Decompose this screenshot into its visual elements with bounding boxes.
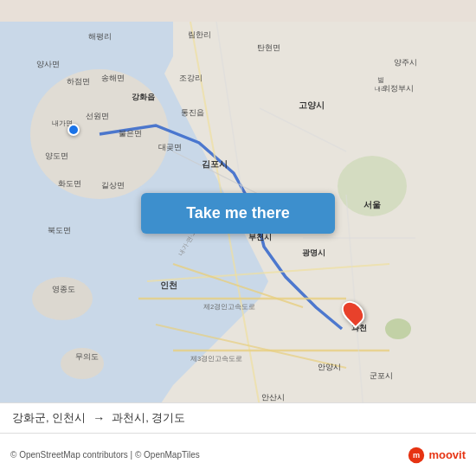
svg-text:양도면: 양도면 bbox=[45, 151, 68, 160]
moovit-icon: m bbox=[408, 447, 425, 464]
attribution: © OpenStreetMap contributors | © OpenMap… bbox=[10, 450, 200, 460]
svg-text:광명시: 광명시 bbox=[302, 248, 325, 257]
svg-text:조강리: 조강리 bbox=[179, 74, 203, 82]
svg-text:제3경인고속도로: 제3경인고속도로 bbox=[190, 355, 242, 363]
svg-text:해평리: 해평리 bbox=[88, 32, 112, 41]
svg-text:m: m bbox=[413, 451, 420, 460]
svg-text:송해면: 송해면 bbox=[101, 74, 125, 82]
take-me-there-button[interactable]: Take me there bbox=[141, 193, 335, 234]
svg-text:벌: 벌 bbox=[377, 76, 384, 84]
svg-text:영종도: 영종도 bbox=[52, 285, 75, 293]
svg-text:화도면: 화도면 bbox=[58, 179, 81, 188]
svg-text:고양시: 고양시 bbox=[299, 100, 325, 110]
route-arrow: → bbox=[93, 411, 105, 425]
svg-text:양사면: 양사면 bbox=[36, 60, 60, 68]
map-container: 해평리 림한리 탄현면 양사면 하점면 송해면 강화읍 조강리 양주시 의정부시… bbox=[0, 0, 476, 476]
svg-text:내리: 내리 bbox=[375, 86, 387, 92]
moovit-text: moovit bbox=[428, 448, 466, 461]
destination-marker bbox=[344, 299, 363, 325]
svg-text:강화읍: 강화읍 bbox=[132, 93, 155, 101]
svg-text:안산시: 안산시 bbox=[261, 393, 285, 402]
svg-point-3 bbox=[32, 277, 93, 320]
svg-text:불은면: 불은면 bbox=[119, 129, 142, 138]
svg-text:서울: 서울 bbox=[363, 200, 381, 209]
copyright-text: © OpenStreetMap contributors | © OpenMap… bbox=[10, 450, 200, 460]
svg-text:부천시: 부천시 bbox=[248, 233, 272, 241]
svg-text:통진읍: 통진읍 bbox=[181, 108, 204, 117]
svg-text:김포시: 김포시 bbox=[202, 159, 228, 169]
svg-text:무의도: 무의도 bbox=[75, 352, 99, 361]
svg-text:북도면: 북도면 bbox=[48, 226, 71, 235]
svg-text:안양시: 안양시 bbox=[318, 363, 341, 371]
svg-text:선원면: 선원면 bbox=[86, 112, 109, 120]
svg-text:대곶면: 대곶면 bbox=[158, 143, 182, 151]
route-from: 강화군, 인천시 bbox=[12, 410, 86, 426]
svg-text:인천: 인천 bbox=[160, 280, 177, 290]
svg-text:군포시: 군포시 bbox=[370, 371, 393, 380]
route-info-bar: 강화군, 인천시 → 과천시, 경기도 bbox=[0, 402, 476, 433]
origin-marker bbox=[68, 124, 80, 136]
svg-text:길상면: 길상면 bbox=[101, 181, 125, 190]
route-to: 과천시, 경기도 bbox=[112, 410, 185, 426]
svg-text:림한리: 림한리 bbox=[188, 30, 211, 39]
svg-text:의정부시: 의정부시 bbox=[383, 84, 414, 93]
svg-text:제2경인고속도로: 제2경인고속도로 bbox=[203, 303, 255, 311]
svg-text:탄현면: 탄현면 bbox=[257, 43, 280, 52]
svg-text:하점면: 하점면 bbox=[67, 77, 90, 86]
svg-text:양주시: 양주시 bbox=[394, 58, 417, 67]
bottom-bar: © OpenStreetMap contributors | © OpenMap… bbox=[0, 433, 476, 476]
svg-point-6 bbox=[385, 318, 411, 339]
moovit-logo: m moovit bbox=[408, 447, 466, 464]
